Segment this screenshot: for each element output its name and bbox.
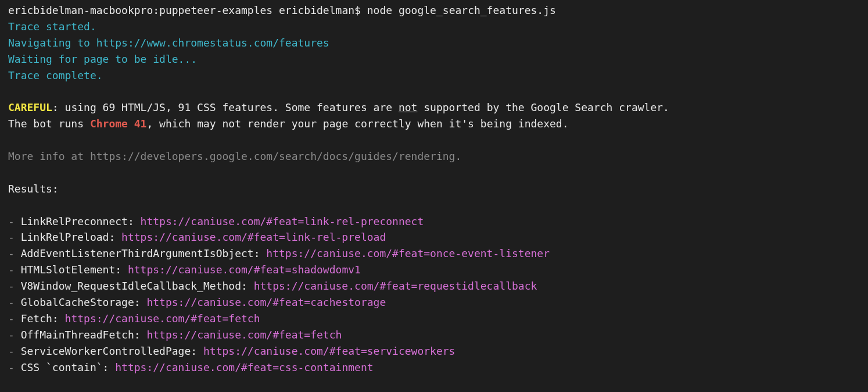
feature-url[interactable]: https://caniuse.com/#feat=fetch [65,312,260,325]
result-item: - OffMainThreadFetch: https://caniuse.co… [8,327,860,343]
feature-name: LinkRelPreload: [21,231,121,243]
feature-name: ServiceWorkerControlledPage: [21,345,203,357]
prompt-sep: : [153,4,159,16]
prompt-user: ericbidelman [279,4,354,16]
careful-label: CAREFUL [8,101,52,113]
result-item: - V8Window_RequestIdleCallback_Method: h… [8,278,860,294]
more-info-line: More info at https://developers.google.c… [8,148,860,165]
feature-url[interactable]: https://caniuse.com/#feat=once-event-lis… [266,247,550,259]
result-item: - ServiceWorkerControlledPage: https://c… [8,343,860,359]
bullet-dash: - [8,312,21,325]
feature-name: AddEventListenerThirdArgumentIsObject: [21,247,267,259]
feature-name: GlobalCacheStorage: [21,296,147,308]
bullet-dash: - [8,280,21,292]
result-item: - AddEventListenerThirdArgumentIsObject:… [8,245,860,262]
results-list: - LinkRelPreconnect: https://caniuse.com… [8,213,860,376]
bullet-dash: - [8,215,21,227]
feature-name: CSS `contain`: [21,361,116,373]
feature-url[interactable]: https://caniuse.com/#feat=fetch [146,329,342,341]
feature-url[interactable]: https://caniuse.com/#feat=cachestorage [146,296,386,308]
blank-line [8,197,860,213]
feature-name: Fetch: [21,312,65,325]
result-item: - LinkRelPreconnect: https://caniuse.com… [8,213,860,230]
warning-line-2: The bot runs Chrome 41, which may not re… [8,116,860,132]
bullet-dash: - [8,329,21,341]
feature-name: V8Window_RequestIdleCallback_Method: [21,280,254,292]
trace-waiting: Waiting for page to be idle... [8,51,860,67]
trace-complete: Trace complete. [8,67,860,84]
more-info-url: https://developers.google.com/search/doc… [90,150,455,162]
prompt-symbol: $ [354,4,361,16]
result-item: - GlobalCacheStorage: https://caniuse.co… [8,294,860,311]
feature-url[interactable]: https://caniuse.com/#feat=requestidlecal… [254,280,537,292]
command: node google_search_features.js [367,4,556,16]
feature-url[interactable]: https://caniuse.com/#feat=link-rel-prelo… [121,231,386,243]
blank-line [8,83,860,99]
prompt-dir: puppeteer-examples [159,4,272,16]
feature-url[interactable]: https://caniuse.com/#feat=serviceworkers [203,345,455,357]
trace-started: Trace started. [8,19,860,35]
bullet-dash: - [8,296,21,308]
results-header: Results: [8,181,860,197]
bullet-dash: - [8,247,21,259]
blank-line [8,132,860,148]
bullet-dash: - [8,231,21,243]
bullet-dash: - [8,263,21,276]
prompt-line: ericbidelman-macbookpro:puppeteer-exampl… [8,2,860,19]
not-underline: not [399,101,418,113]
navigating-url: https://www.chromestatus.com/features [96,37,329,49]
feature-url[interactable]: https://caniuse.com/#feat=link-rel-preco… [141,215,424,227]
feature-name: LinkRelPreconnect: [21,215,141,227]
result-item: - HTMLSlotElement: https://caniuse.com/#… [8,262,860,278]
bullet-dash: - [8,345,21,357]
result-item: - CSS `contain`: https://caniuse.com/#fe… [8,359,860,376]
feature-url[interactable]: https://caniuse.com/#feat=css-containmen… [115,361,373,373]
result-item: - LinkRelPreload: https://caniuse.com/#f… [8,229,860,245]
warning-line-1: CAREFUL: using 69 HTML/JS, 91 CSS featur… [8,99,860,116]
trace-navigating: Navigating to https://www.chromestatus.c… [8,35,860,51]
prompt-host: ericbidelman-macbookpro [8,4,153,16]
navigating-prefix: Navigating to [8,37,96,49]
feature-name: OffMainThreadFetch: [21,329,147,341]
bullet-dash: - [8,361,21,373]
feature-url[interactable]: https://caniuse.com/#feat=shadowdomv1 [128,263,361,276]
result-item: - Fetch: https://caniuse.com/#feat=fetch [8,311,860,327]
feature-name: HTMLSlotElement: [21,263,128,276]
blank-line [8,165,860,181]
chrome-version: Chrome 41 [90,117,147,130]
